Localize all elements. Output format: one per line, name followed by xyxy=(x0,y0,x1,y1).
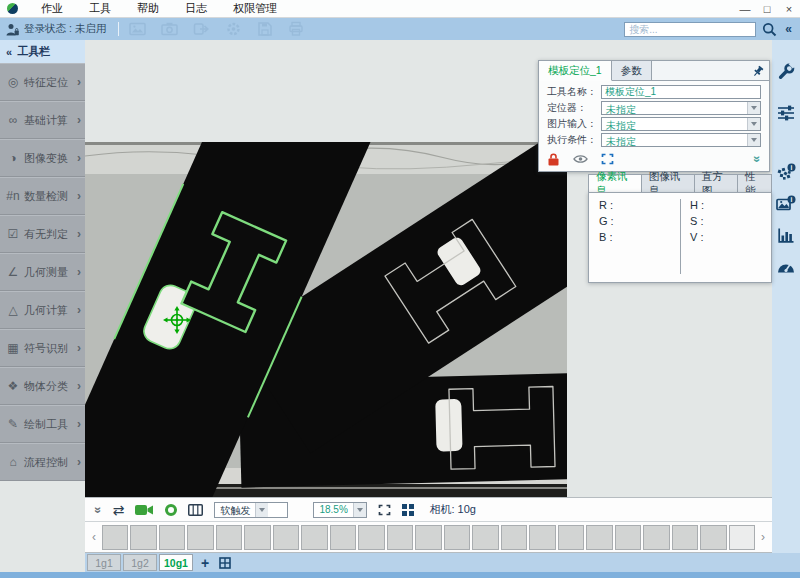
dropdown-caret-icon[interactable] xyxy=(747,118,760,130)
flow-tab-1g2[interactable]: 1g2 xyxy=(123,554,157,571)
chevron-right-icon: › xyxy=(77,417,81,431)
print-icon[interactable] xyxy=(288,21,304,37)
live-camera-icon[interactable] xyxy=(135,504,154,516)
record-stop-icon[interactable] xyxy=(165,504,177,516)
collapse-panel-icon[interactable]: « xyxy=(783,22,794,36)
minimize-button[interactable]: — xyxy=(734,3,756,15)
trigger-mode-select[interactable]: 软触发 xyxy=(214,502,288,518)
sidebar-item-drawing-tools[interactable]: ✎ 绘制工具 › xyxy=(0,405,85,443)
image-info-button[interactable]: i xyxy=(776,195,796,213)
film-frame[interactable] xyxy=(301,525,327,550)
film-frame[interactable] xyxy=(130,525,156,550)
panel-collapse-icon[interactable]: » xyxy=(751,156,765,163)
menu-item-tools[interactable]: 工具 xyxy=(76,1,124,16)
sidebar-header[interactable]: « 工具栏 xyxy=(0,40,85,63)
film-frame[interactable] xyxy=(472,525,498,550)
film-frame[interactable] xyxy=(444,525,470,550)
film-frame[interactable] xyxy=(529,525,555,550)
settings-gear-icon[interactable] xyxy=(225,21,242,37)
tab-pixel-info[interactable]: 像素讯息 xyxy=(588,174,642,193)
film-frame[interactable] xyxy=(387,525,413,550)
film-frame[interactable] xyxy=(729,525,755,550)
sidebar-item-geometry-calc[interactable]: △ 几何计算 › xyxy=(0,291,85,329)
dropdown-caret-icon[interactable] xyxy=(747,102,760,114)
sidebar-item-object-classification[interactable]: ❖ 物体分类 › xyxy=(0,367,85,405)
save-icon[interactable] xyxy=(257,21,273,37)
sidebar-item-flow-control[interactable]: ⌂ 流程控制 › xyxy=(0,443,85,481)
film-frame[interactable] xyxy=(672,525,698,550)
collapse-filmstrip-icon[interactable]: » xyxy=(91,506,105,513)
search-input[interactable] xyxy=(624,22,756,37)
menu-item-permissions[interactable]: 权限管理 xyxy=(220,1,290,16)
lock-icon[interactable] xyxy=(547,153,560,166)
filmstrip-prev-icon[interactable]: ‹ xyxy=(90,530,98,544)
maximize-button[interactable]: □ xyxy=(756,3,778,15)
film-frame[interactable] xyxy=(615,525,641,550)
sidebar-item-presence-judge[interactable]: ☑ 有无判定 › xyxy=(0,215,85,253)
dropdown-caret-icon[interactable] xyxy=(255,503,268,517)
menu-item-log[interactable]: 日志 xyxy=(172,1,220,16)
film-frame[interactable] xyxy=(558,525,584,550)
flow-tab-1g1[interactable]: 1g1 xyxy=(87,554,121,571)
multi-view-grid-icon[interactable] xyxy=(402,504,414,516)
dropdown-caret-icon[interactable] xyxy=(747,134,760,146)
sidebar-item-geometry-measure[interactable]: ∠ 几何测量 › xyxy=(0,253,85,291)
tool-name-input[interactable] xyxy=(601,85,761,99)
exec-condition-select[interactable]: 未指定 xyxy=(601,133,761,147)
match-points-info-button[interactable]: i xyxy=(776,163,796,181)
film-frame[interactable] xyxy=(159,525,185,550)
close-button[interactable]: × xyxy=(778,3,800,15)
filmstrip-next-icon[interactable]: › xyxy=(759,530,767,544)
app-logo-icon xyxy=(7,3,18,14)
parameter-settings-button[interactable] xyxy=(777,105,795,121)
tab-image-info[interactable]: 图像讯息 xyxy=(642,174,695,193)
camera-capture-icon[interactable] xyxy=(161,21,178,37)
film-frame[interactable] xyxy=(358,525,384,550)
dropdown-caret-icon[interactable] xyxy=(353,503,366,517)
film-frame[interactable] xyxy=(415,525,441,550)
film-frame[interactable] xyxy=(586,525,612,550)
swap-compare-icon[interactable]: ⇄ xyxy=(113,502,125,518)
locator-select[interactable]: 未指定 xyxy=(601,101,761,115)
sidebar-item-count-detect[interactable]: #n 数量检测 › xyxy=(0,177,85,215)
sidebar-item-symbol-recognition[interactable]: ▦ 符号识别 › xyxy=(0,329,85,367)
film-frame[interactable] xyxy=(643,525,669,550)
film-frame[interactable] xyxy=(501,525,527,550)
film-frame[interactable] xyxy=(187,525,213,550)
image-input-select[interactable]: 未指定 xyxy=(601,117,761,131)
film-frame[interactable] xyxy=(216,525,242,550)
tile-view-button[interactable] xyxy=(217,557,233,569)
tab-template-locate[interactable]: 模板定位_1 xyxy=(539,61,612,81)
film-frame[interactable] xyxy=(330,525,356,550)
tab-performance[interactable]: 性能 xyxy=(738,174,772,193)
camera-image[interactable] xyxy=(85,142,567,497)
menu-item-job[interactable]: 作业 xyxy=(28,1,76,16)
expand-roi-icon[interactable] xyxy=(601,153,614,165)
pin-panel-button[interactable] xyxy=(751,65,764,78)
menu-item-help[interactable]: 帮助 xyxy=(124,1,172,16)
sidebar-item-basic-calc[interactable]: ∞ 基础计算 › xyxy=(0,101,85,139)
film-frame[interactable] xyxy=(273,525,299,550)
flow-tab-10g1[interactable]: 10g1 xyxy=(159,554,193,571)
histogram-button[interactable] xyxy=(777,227,795,244)
sidebar-item-image-transform[interactable]: ◑ 图像变换 › xyxy=(0,139,85,177)
tool-settings-button[interactable] xyxy=(777,62,796,81)
add-flow-button[interactable]: + xyxy=(195,555,215,571)
sidebar-collapse-icon[interactable]: « xyxy=(6,46,12,58)
search-icon[interactable] xyxy=(762,22,777,37)
film-frame[interactable] xyxy=(700,525,726,550)
pixel-r-value: R : xyxy=(599,199,680,215)
film-frame[interactable] xyxy=(102,525,128,550)
pixel-s-value: S : xyxy=(690,215,771,231)
tab-parameters[interactable]: 参数 xyxy=(612,61,652,81)
eye-visibility-icon[interactable] xyxy=(573,154,588,164)
film-sequence-icon[interactable] xyxy=(188,504,203,516)
sidebar-item-feature-locate[interactable]: ◎ 特征定位 › xyxy=(0,63,85,101)
film-frame[interactable] xyxy=(244,525,270,550)
open-image-icon[interactable] xyxy=(129,21,146,37)
tab-histogram[interactable]: 直方图 xyxy=(695,174,738,193)
performance-button[interactable] xyxy=(776,258,796,275)
fit-view-icon[interactable] xyxy=(378,504,391,516)
zoom-level-select[interactable]: 18.5% xyxy=(313,502,367,518)
run-export-icon[interactable] xyxy=(193,21,210,37)
